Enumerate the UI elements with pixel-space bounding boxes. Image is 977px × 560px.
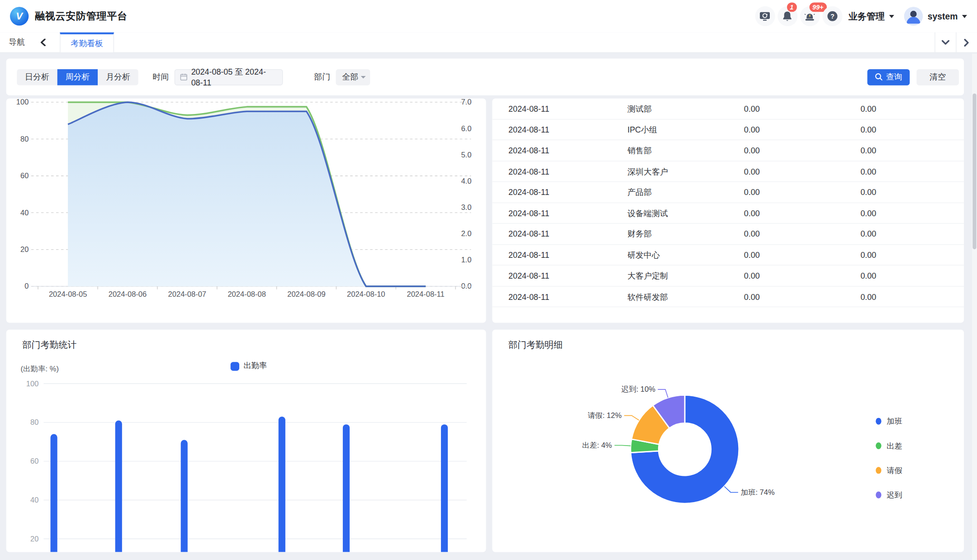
tab-scroll-right-button[interactable]: [956, 33, 977, 52]
svg-text:5.0: 5.0: [461, 151, 471, 159]
svg-text:2024-08-08: 2024-08-08: [228, 290, 266, 299]
cell-date: 2024-08-11: [508, 182, 627, 203]
svg-text:2024-08-09: 2024-08-09: [287, 290, 325, 299]
brand: V 融视云安防管理平台: [10, 7, 128, 25]
svg-text:出差: 4%: 出差: 4%: [582, 441, 612, 450]
monitor-icon[interactable]: [755, 6, 775, 26]
table-row: 2024-08-11深圳大客户0.000.00: [492, 161, 964, 182]
avatar[interactable]: [904, 7, 922, 25]
chevron-down-icon: [889, 14, 894, 18]
filter-panel: 日分析 周分析 月分析 时间 2024-08-05 至 2024-08-11 部…: [6, 58, 964, 95]
svg-text:加班: 74%: 加班: 74%: [740, 488, 775, 497]
app-logo-icon: V: [10, 7, 28, 25]
cell-value-2: 0.00: [860, 161, 964, 182]
search-button-label: 查询: [886, 71, 902, 83]
legend-marker-加班: [876, 418, 881, 425]
notifications-bell-icon[interactable]: 1: [778, 6, 797, 26]
segment-day-analysis[interactable]: 日分析: [17, 69, 57, 85]
bar: [115, 421, 122, 552]
svg-text:80: 80: [30, 418, 38, 427]
table-row: 2024-08-11产品部0.000.00: [492, 182, 964, 203]
nav-label: 导航: [9, 33, 25, 52]
date-range-input[interactable]: 2024-08-05 至 2024-08-11: [175, 69, 283, 85]
tab-attendance-dashboard[interactable]: 考勤看板: [60, 33, 114, 52]
department-attendance-bar-chart: 10080604020: [6, 330, 486, 552]
svg-text:迟到: 10%: 迟到: 10%: [621, 385, 656, 394]
svg-text:0: 0: [24, 282, 28, 290]
search-button[interactable]: 查询: [868, 69, 910, 85]
legend-label-出差: 出差: [887, 441, 902, 451]
tab-scroll-left-button[interactable]: [36, 33, 50, 52]
svg-text:2024-08-06: 2024-08-06: [109, 290, 147, 299]
tab-bar: 导航 考勤看板: [0, 33, 977, 53]
svg-text:3.0: 3.0: [461, 203, 471, 212]
clear-button[interactable]: 清空: [916, 69, 959, 85]
attendance-detail-panel: 部门考勤明细 加班: 74%出差: 4%请假: 12%迟到: 10%加班出差请假…: [492, 330, 964, 552]
svg-text:?: ?: [830, 13, 835, 20]
chevron-down-icon: [361, 76, 366, 78]
cell-date: 2024-08-11: [508, 266, 627, 286]
table-row: 2024-08-11设备端测试0.000.00: [492, 203, 964, 223]
attendance-detail-donut-chart: 加班: 74%出差: 4%请假: 12%迟到: 10%加班出差请假迟到: [492, 330, 964, 552]
svg-text:80: 80: [20, 135, 28, 143]
bell-badge: 1: [787, 3, 797, 12]
user-menu[interactable]: system: [928, 11, 967, 21]
calendar-icon: [180, 73, 187, 81]
attendance-dashboard-page: V 融视云安防管理平台 1: [0, 0, 977, 560]
svg-text:100: 100: [26, 380, 39, 388]
cell-date: 2024-08-11: [508, 99, 627, 119]
cell-value-1: 0.00: [744, 182, 861, 203]
svg-text:40: 40: [20, 209, 28, 217]
alarm-icon[interactable]: 99+: [800, 6, 820, 26]
cell-date: 2024-08-11: [508, 286, 627, 307]
cell-value-1: 0.00: [744, 161, 861, 182]
svg-text:20: 20: [30, 535, 38, 543]
business-management-label: 业务管理: [849, 10, 885, 22]
bar: [343, 424, 350, 552]
table-row: 2024-08-11大客户定制0.000.00: [492, 266, 964, 286]
cell-date: 2024-08-11: [508, 140, 627, 161]
cell-date: 2024-08-11: [508, 203, 627, 223]
attendance-trend-line-chart: 1008060402007.06.05.04.03.02.01.00.02024…: [6, 99, 486, 323]
bar: [51, 434, 57, 552]
department-select-value: 全部: [342, 71, 358, 83]
department-select[interactable]: 全部: [336, 69, 370, 85]
dashboard-content: 日分析 周分析 月分析 时间 2024-08-05 至 2024-08-11 部…: [0, 53, 977, 560]
svg-text:2.0: 2.0: [461, 229, 471, 238]
table-row: 2024-08-11测试部0.000.00: [492, 99, 964, 119]
table-row: 2024-08-11销售部0.000.00: [492, 140, 964, 161]
svg-text:7.0: 7.0: [461, 99, 471, 107]
svg-text:2024-08-10: 2024-08-10: [347, 290, 385, 299]
cell-value-1: 0.00: [744, 99, 861, 119]
cell-value-2: 0.00: [860, 286, 964, 307]
cell-value-1: 0.00: [744, 245, 861, 266]
attendance-trend-panel: 1008060402007.06.05.04.03.02.01.00.02024…: [6, 99, 486, 323]
business-management-menu[interactable]: 业务管理: [849, 10, 894, 22]
username: system: [928, 11, 958, 21]
help-icon[interactable]: ?: [822, 6, 842, 26]
cell-department: 设备端测试: [627, 203, 744, 223]
analysis-mode-segmented-control: 日分析 周分析 月分析: [17, 69, 138, 85]
svg-text:60: 60: [30, 457, 38, 465]
page-scrollbar-thumb[interactable]: [972, 94, 976, 249]
cell-department: 销售部: [627, 140, 744, 161]
cell-value-1: 0.00: [744, 140, 861, 161]
date-range-value: 2024-08-05 至 2024-08-11: [191, 66, 277, 87]
legend-label-请假: 请假: [887, 466, 902, 475]
app-title: 融视云安防管理平台: [35, 9, 128, 23]
bar: [441, 424, 448, 552]
legend-marker-请假: [876, 467, 881, 474]
cell-value-2: 0.00: [860, 245, 964, 266]
tab-collapse-button[interactable]: [934, 33, 956, 52]
segment-month-analysis[interactable]: 月分析: [98, 69, 138, 85]
header-actions: 1 99+ ? 业务管理: [753, 6, 967, 26]
bar: [279, 417, 285, 552]
legend-marker-出差: [876, 442, 881, 449]
cell-value-2: 0.00: [860, 119, 964, 140]
cell-value-1: 0.00: [744, 119, 861, 140]
cell-department: 测试部: [627, 99, 744, 119]
table-row: 2024-08-11研发中心0.000.00: [492, 245, 964, 266]
cell-value-2: 0.00: [860, 140, 964, 161]
segment-week-analysis[interactable]: 周分析: [57, 69, 98, 85]
cell-department: 软件研发部: [627, 286, 744, 307]
